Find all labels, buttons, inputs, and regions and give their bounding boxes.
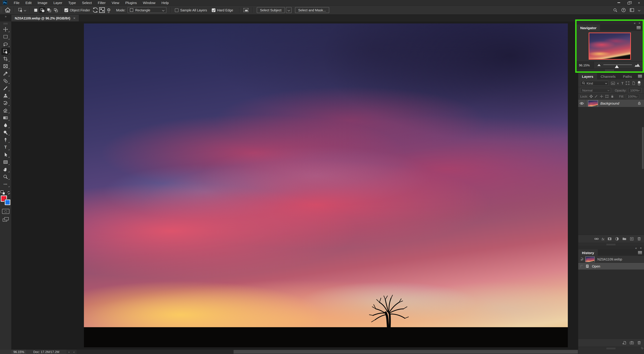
collapse-panel-icon[interactable]: « [634,21,636,25]
history-brush-source[interactable] [578,257,585,261]
close-panel-icon[interactable]: × [638,21,640,25]
status-zoom-field[interactable]: 96.15% [12,350,26,354]
status-menu-arrow-right[interactable]: › [68,350,70,354]
new-selection-button[interactable] [32,7,38,13]
crop-tool[interactable] [1,55,10,62]
intersect-selection-button[interactable] [53,7,59,13]
select-subject-button[interactable]: Select Subject [256,7,285,13]
menu-image[interactable]: Image [34,0,50,5]
menu-help[interactable]: Help [158,0,172,5]
menu-window[interactable]: Window [140,0,158,5]
default-colors-button[interactable] [0,190,5,195]
subtract-selection-button[interactable] [46,7,52,13]
opacity-field[interactable]: 100% [628,88,642,93]
spot-healing-brush-tool[interactable] [1,77,10,84]
filter-pixel-layers-icon[interactable] [611,81,615,85]
window-resize-handle[interactable] [641,347,643,349]
menu-plugins[interactable]: Plugins [122,0,140,5]
fill-field[interactable]: 100% [626,94,639,99]
pen-tool[interactable] [1,136,10,143]
snapshot-camera-icon[interactable] [630,341,634,345]
navigator-zoom-slider[interactable] [604,62,632,68]
background-color-swatch[interactable] [4,199,10,205]
document-image[interactable] [84,23,568,347]
history-resize-grip[interactable] [578,347,644,350]
object-selection-tool[interactable] [1,48,10,55]
history-source-well[interactable] [580,265,583,267]
history-brush-tool[interactable] [1,99,10,106]
zoom-out-icon[interactable] [597,64,601,66]
selection-options-button[interactable]: ⚙ [106,7,112,13]
status-doc-info[interactable]: Doc: 17.2M/17.2M [26,350,66,354]
horizontal-scrollbar-thumb[interactable] [234,350,578,354]
lock-all-icon[interactable] [610,95,614,98]
filter-adjustment-icon[interactable]: ◐ [617,81,619,85]
edit-toolbar-button[interactable]: ••• [1,180,10,187]
hard-edge-checkbox[interactable] [212,8,216,12]
photoshop-logo-icon[interactable]: Ps [3,0,8,5]
close-button[interactable]: × [634,0,644,5]
dodge-tool[interactable] [1,129,10,136]
lock-icon[interactable] [637,101,641,105]
status-menu-arrow-left[interactable]: ‹ [74,350,74,354]
menu-filter[interactable]: Filter [95,0,109,5]
horizontal-scrollbar[interactable] [76,350,578,354]
toolbar-overflow[interactable]: » [0,15,12,21]
menu-layer[interactable]: Layer [50,0,65,5]
select-subject-dropdown[interactable] [286,7,292,13]
toolbar-grip[interactable] [4,23,8,24]
panel-menu-icon[interactable] [638,75,642,78]
panel-menu-icon[interactable] [636,26,641,29]
lasso-tool[interactable] [1,40,10,47]
mode-dropdown[interactable]: Rectangle [128,7,166,13]
fx-icon[interactable]: fx [602,237,604,241]
tab-history[interactable]: History [578,249,598,256]
quick-mask-button[interactable] [2,209,9,214]
new-doc-from-state-icon[interactable] [622,341,626,345]
menu-view[interactable]: View [109,0,122,5]
hand-tool[interactable] [1,166,10,173]
swap-colors-icon[interactable] [6,190,10,194]
blend-mode-dropdown[interactable]: Normal [580,88,611,93]
filter-kind-dropdown[interactable]: Kind [580,81,608,86]
blur-tool[interactable] [1,122,10,129]
layers-resize-grip[interactable] [578,243,644,246]
filter-smart-object-icon[interactable] [632,81,636,85]
sample-all-layers-checkbox[interactable] [175,8,178,12]
add-selection-button[interactable] [39,7,45,13]
refresh-button[interactable] [92,7,99,13]
canvas-area[interactable] [12,21,578,350]
clone-stamp-tool[interactable] [1,92,10,99]
layer-thumbnail[interactable] [588,100,598,106]
tool-preset-picker[interactable] [17,7,27,13]
slider-thumb[interactable] [615,65,619,68]
select-and-mask-button[interactable]: Select and Mask... [295,7,329,13]
document-tab[interactable]: NZ0A1109.webp @ 96.2% (RGB/8#) × [12,15,79,21]
home-button[interactable] [4,7,11,13]
layer-visibility-toggle[interactable] [578,100,586,107]
filter-type-icon[interactable]: T [621,81,623,85]
rectangular-marquee-tool[interactable] [1,33,10,40]
restore-button[interactable] [624,0,634,5]
workspace-icon[interactable] [630,8,634,12]
adjustment-layer-icon[interactable] [615,237,619,241]
layers-scrollbar[interactable] [642,127,644,169]
eraser-tool[interactable] [1,107,10,114]
chevron-down-icon[interactable] [638,9,640,11]
tab-navigator[interactable]: Navigator [576,24,600,31]
new-layer-icon[interactable] [630,237,634,241]
delete-state-icon[interactable] [637,341,641,345]
close-panel-icon[interactable]: × [640,246,642,250]
link-icon[interactable] [594,237,599,241]
layer-row-background[interactable]: Background [578,100,644,107]
lock-artboard-icon[interactable] [605,95,608,98]
menu-edit[interactable]: Edit [22,0,34,5]
move-tool[interactable] [1,26,10,33]
history-state-open[interactable]: Open [578,263,644,270]
lock-position-icon[interactable] [600,95,603,98]
navigator-resize-grip[interactable] [576,68,643,71]
menu-file[interactable]: File [11,0,22,5]
screen-mode-button[interactable] [2,217,8,222]
add-mask-icon[interactable] [608,237,612,241]
feedback-icon[interactable] [244,8,248,12]
